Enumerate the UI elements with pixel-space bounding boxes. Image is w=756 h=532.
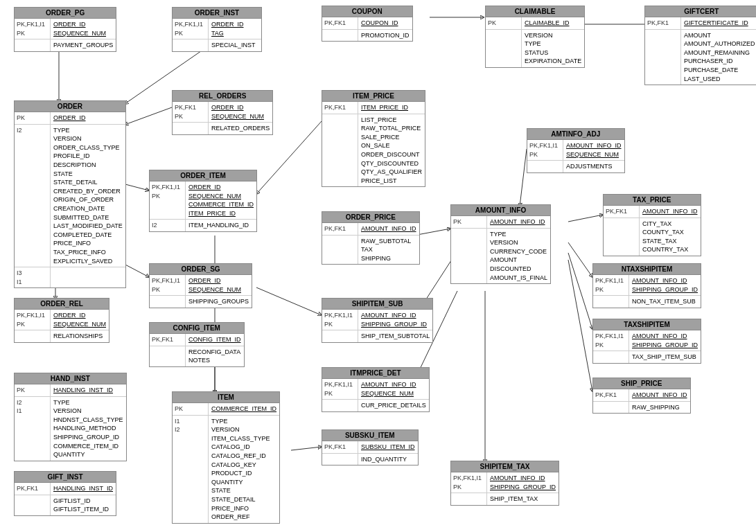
key-column: PK,FK1 PK <box>173 102 209 122</box>
field-column: PAYMENT_GROUPS <box>51 39 116 51</box>
field-name: DESCRIPTION <box>53 161 123 170</box>
svg-line-8 <box>520 149 527 206</box>
svg-line-11 <box>256 287 322 315</box>
field-name: GIFTLIST_ITEM_ID <box>53 505 113 514</box>
table-itmprice_det: ITMPRICE_DETPK,FK1,I1 PKAMOUNT_INFO_IDSE… <box>322 367 430 412</box>
field-name: LAST_MODIFIED_DATE <box>53 222 123 231</box>
field-name: STATE_DETAIL <box>211 495 276 504</box>
table-header-claimable: CLAIMABLE <box>486 6 584 17</box>
key-column <box>322 114 358 187</box>
field-column: AMOUNT_INFO_IDSEQUENCE_NUM <box>563 140 624 160</box>
key-column: PK,FK1,I1 PK <box>527 140 563 160</box>
field-name: COMMERCE_ITEM_ID <box>53 442 123 451</box>
field-column: TYPEVERSIONORDER_CLASS_TYPEPROFILE_IDDES… <box>51 125 125 267</box>
svg-line-21 <box>291 447 322 450</box>
field-column: COMMERCE_ITEM_ID <box>209 403 279 415</box>
field-column: AMOUNTAMOUNT_AUTHORIZEDAMOUNT_REMAININGP… <box>681 30 756 85</box>
field-name: QTY_DISCOUNTED <box>361 159 422 168</box>
key-column <box>322 30 358 42</box>
table-ntaxshipitem: NTAXSHIPITEMPK,FK1,I1 PKAMOUNT_INFO_IDSH… <box>592 263 701 308</box>
table-row: PK,FK1AMOUNT_INFO_ID <box>322 223 419 236</box>
field-name: ORDER_ID <box>53 20 113 29</box>
table-header-order: ORDER <box>15 101 125 112</box>
table-row: PK,FK1,I1 PKAMOUNT_INFO_IDSEQUENCE_NUM <box>527 140 624 161</box>
key-column <box>604 218 640 256</box>
key-column: PK,FK1 <box>604 206 640 218</box>
key-column <box>322 236 358 265</box>
field-column: ADJUSTMENTS <box>563 161 624 172</box>
key-column: PK,FK1 <box>150 334 186 346</box>
field-name: ORDER_ID <box>188 276 249 285</box>
field-column: SHIP_ITEM_SUBTOTAL <box>358 330 432 342</box>
svg-line-15 <box>568 253 592 329</box>
field-column: RAW_SUBTOTALTAXSHIPPING <box>358 236 419 265</box>
field-name: SPECIAL_INST <box>211 41 258 50</box>
table-hand_inst: HAND_INSTPKHANDLING_INST_IDI2 I1TYPEVERS… <box>14 373 127 461</box>
field-name: RECONFIG_DATA <box>188 348 241 357</box>
field-name: TAX_PRICE_INFO <box>53 248 123 257</box>
table-row: PROMOTION_ID <box>322 30 412 42</box>
field-name: CATALOG_REF_ID <box>211 452 276 461</box>
key-column: PK <box>486 17 522 29</box>
key-column <box>15 330 51 342</box>
field-name: SHIPPING_GROUP_ID <box>53 433 123 442</box>
table-item: ITEMPKCOMMERCE_ITEM_IDI1 I2TYPEVERSIONIT… <box>172 391 280 524</box>
key-column: I2 <box>15 125 51 267</box>
field-column: AMOUNT_INFO_IDSHIPPING_GROUP_ID <box>629 275 701 295</box>
key-column <box>15 39 51 51</box>
field-name: SHIPPING_GROUP_ID <box>632 285 698 294</box>
table-row: PK,FK1GIFTCERTIFICATE_ID <box>645 17 756 30</box>
field-name: COMMERCE_ITEM_ID <box>211 405 276 414</box>
field-name: PURCHASER_ID <box>684 57 755 66</box>
table-header-amount_info: AMOUNT_INFO <box>451 205 550 216</box>
field-column: AMOUNT_INFO_IDSHIPPING_GROUP_ID <box>358 310 432 330</box>
table-tax_price: TAX_PRICEPK,FK1AMOUNT_INFO_IDCITY_TAXCOU… <box>603 194 701 256</box>
field-name: ORDER_ID <box>53 114 123 123</box>
field-column: ORDER_ID <box>51 112 125 124</box>
field-name: STATE_TAX <box>642 237 698 246</box>
key-column: PK <box>451 216 487 228</box>
table-header-order_item: ORDER_ITEM <box>150 170 256 181</box>
field-name: CURRENCY_CODE <box>490 247 547 256</box>
field-name: AMOUNT_IS_FINAL <box>490 274 547 283</box>
field-column: AMOUNT_INFO_ID <box>640 206 701 218</box>
table-order_inst: ORDER_INSTPK,FK1,I1 PKORDER_IDTAGSPECIAL… <box>172 7 262 52</box>
table-row: PK,FK1HANDLING_INST_ID <box>15 483 116 495</box>
field-name: ORIGIN_OF_ORDER <box>53 195 123 204</box>
key-column: PK,FK1 <box>15 483 51 495</box>
field-name: TAX_SHIP_ITEM_SUB <box>632 353 698 362</box>
field-name: AMOUNT_INFO_ID <box>490 218 547 227</box>
field-column: LIST_PRICERAW_TOTAL_PRICESALE_PRICEON_SA… <box>358 114 425 187</box>
field-name: STATE <box>53 170 123 179</box>
field-name: SHIP_ITEM_SUBTOTAL <box>361 332 430 341</box>
field-name: EXPIRATION_DATE <box>525 57 581 66</box>
table-shipitem_tax: SHIPITEM_TAXPK,FK1,I1 PKAMOUNT_INFO_IDSH… <box>450 461 559 506</box>
key-column: PK,FK1,I1 PK <box>451 472 487 493</box>
key-column: PK,FK1 <box>322 441 358 453</box>
field-name: TAG <box>211 29 258 38</box>
svg-line-4 <box>125 107 172 125</box>
field-column: HANDLING_INST_ID <box>51 384 126 396</box>
field-column: RELATED_ORDERS <box>209 123 272 134</box>
field-name: ITEM_CLASS_TYPE <box>211 434 276 443</box>
table-row: SPECIAL_INST <box>173 39 261 51</box>
field-column: NON_TAX_ITEM_SUB <box>629 296 701 308</box>
field-name: SEQUENCE_NUM <box>53 320 106 329</box>
field-name: ON_SALE <box>361 141 422 150</box>
field-column: ORDER_IDSEQUENCE_NUM <box>51 19 116 39</box>
field-name: RELATIONSHIPS <box>53 332 106 341</box>
table-header-giftcert: GIFTCERT <box>645 6 756 17</box>
field-name: COUNTRY_TAX <box>642 245 698 254</box>
field-name: AMOUNT_INFO_ID <box>642 207 698 216</box>
table-row: PK,FK1CONFIG_ITEM_ID <box>150 334 244 346</box>
field-name: TAX <box>361 245 416 254</box>
table-header-ship_price: SHIP_PRICE <box>593 378 690 389</box>
field-name: SHIP_ITEM_TAX <box>490 495 556 504</box>
field-column: RECONFIG_DATANOTES <box>186 346 244 366</box>
field-name: IND_QUANTITY <box>361 455 415 464</box>
table-header-order_inst: ORDER_INST <box>173 8 261 19</box>
table-row: PK,FK1,I1 PKAMOUNT_INFO_IDSEQUENCE_NUM <box>322 379 429 400</box>
field-column: ITEM_HANDLING_ID <box>186 220 256 231</box>
field-name: SEQUENCE_NUM <box>188 192 254 201</box>
field-name: CREATION_DATE <box>53 204 123 213</box>
